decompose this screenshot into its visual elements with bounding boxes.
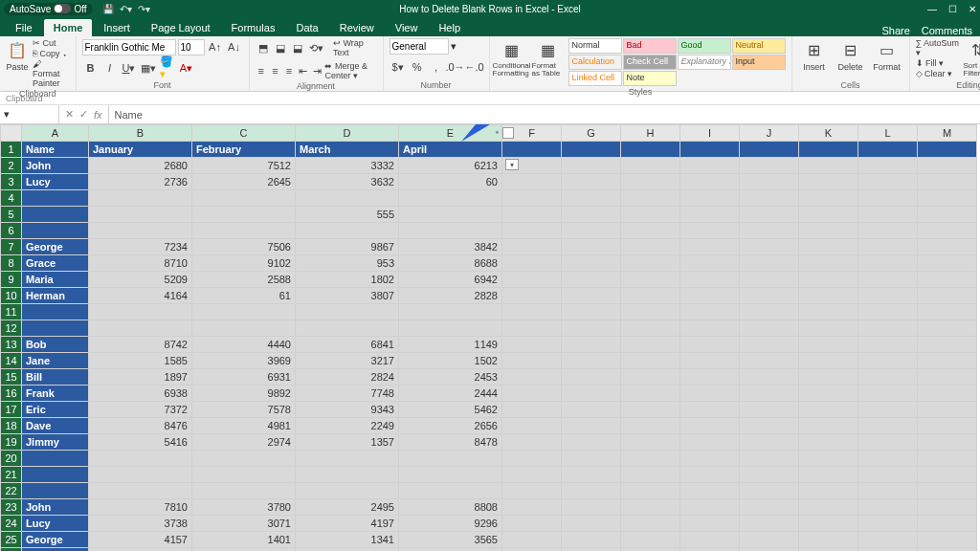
cell[interactable] <box>680 272 740 288</box>
cell[interactable] <box>399 304 502 320</box>
cell[interactable]: 1502 <box>399 353 502 369</box>
cell[interactable] <box>858 239 918 255</box>
cell[interactable]: 5416 <box>89 434 192 451</box>
cell[interactable] <box>740 434 799 451</box>
style-calculation External[interactable]: Calculation <box>568 55 622 70</box>
cell[interactable] <box>621 272 680 288</box>
cell[interactable] <box>562 158 621 174</box>
cell[interactable] <box>858 402 918 418</box>
cell[interactable] <box>799 353 858 369</box>
cell[interactable]: 9343 <box>296 402 399 418</box>
cell[interactable] <box>680 548 740 552</box>
cell[interactable]: 4981 <box>192 418 296 434</box>
cell[interactable]: Dave <box>22 418 89 434</box>
cell[interactable]: Frank <box>22 386 89 402</box>
tab-data[interactable]: Data <box>286 19 327 36</box>
cell[interactable] <box>858 434 918 451</box>
cell[interactable]: Grace <box>22 548 89 552</box>
cell[interactable] <box>502 516 562 532</box>
cell[interactable] <box>918 272 977 288</box>
cell[interactable] <box>562 467 621 483</box>
cell[interactable] <box>680 190 740 207</box>
align-bottom-icon[interactable]: ⬓ <box>290 39 305 56</box>
cell[interactable] <box>740 174 799 190</box>
cell[interactable] <box>502 272 562 288</box>
cell[interactable]: 8478 <box>399 434 502 451</box>
cell[interactable]: 4440 <box>192 337 296 353</box>
fill-color-button[interactable]: 🪣▾ <box>159 59 176 77</box>
cell[interactable] <box>89 304 192 320</box>
cell[interactable] <box>858 499 918 516</box>
row-header-17[interactable]: 17 <box>1 402 22 418</box>
cell[interactable]: 9867 <box>296 239 399 255</box>
cell[interactable] <box>680 337 740 353</box>
cell[interactable] <box>399 451 502 467</box>
cell[interactable]: 7578 <box>192 402 296 418</box>
underline-button[interactable]: U▾ <box>121 59 138 77</box>
align-middle-icon[interactable]: ⬓ <box>273 39 288 56</box>
cell[interactable] <box>799 418 858 434</box>
cell[interactable]: 3807 <box>296 288 399 304</box>
smart-tag-icon[interactable]: ▾ <box>505 159 519 170</box>
cell[interactable]: 3842 <box>399 239 502 255</box>
column-header-C[interactable]: C <box>192 125 296 142</box>
cell[interactable] <box>918 467 977 483</box>
cell[interactable]: 60 <box>399 174 502 190</box>
cell[interactable]: 5462 <box>399 402 502 418</box>
row-header-6[interactable]: 6 <box>1 223 22 239</box>
cell[interactable]: 9296 <box>399 516 502 532</box>
cell[interactable] <box>799 255 858 272</box>
align-top-icon[interactable]: ⬒ <box>256 39 271 56</box>
cell[interactable]: 2680 <box>89 158 192 174</box>
cell[interactable] <box>621 369 680 386</box>
cell[interactable]: 7496 <box>89 548 192 552</box>
cell[interactable]: 7748 <box>296 386 399 402</box>
cell[interactable]: 2249 <box>296 418 399 434</box>
cell[interactable]: February <box>192 142 296 158</box>
cell[interactable] <box>502 239 562 255</box>
cell[interactable] <box>680 239 740 255</box>
cell[interactable] <box>502 386 562 402</box>
cell[interactable] <box>918 207 977 223</box>
cell[interactable] <box>192 207 296 223</box>
cell[interactable] <box>858 272 918 288</box>
align-right-icon[interactable]: ≡ <box>283 62 296 79</box>
cell[interactable]: Lucy <box>22 174 89 190</box>
row-header-2[interactable]: 2 <box>1 158 22 174</box>
cell[interactable] <box>680 386 740 402</box>
cell[interactable]: 3217 <box>296 353 399 369</box>
cell[interactable] <box>562 174 621 190</box>
decrease-decimal-icon[interactable]: ←.0 <box>466 58 483 76</box>
cell[interactable]: January <box>89 142 192 158</box>
cell[interactable]: John <box>22 158 89 174</box>
cell[interactable] <box>22 451 89 467</box>
comma-icon[interactable]: , <box>428 58 445 76</box>
cell[interactable]: 3632 <box>296 174 399 190</box>
conditional-formatting-button[interactable]: ▦Conditional Formatting <box>496 38 528 77</box>
cell[interactable] <box>799 516 858 532</box>
align-left-icon[interactable]: ≡ <box>256 62 268 79</box>
cell[interactable] <box>680 532 740 548</box>
row-header-18[interactable]: 18 <box>1 418 22 434</box>
cell[interactable] <box>858 369 918 386</box>
enter-formula-icon[interactable]: ✓ <box>79 108 88 121</box>
cell[interactable] <box>799 223 858 239</box>
row-header-22[interactable]: 22 <box>1 483 22 499</box>
cell[interactable] <box>502 304 562 320</box>
cell[interactable] <box>680 288 740 304</box>
cell[interactable] <box>621 418 680 434</box>
cell[interactable] <box>621 288 680 304</box>
cell[interactable] <box>296 320 399 337</box>
cell[interactable] <box>89 190 192 207</box>
cell[interactable] <box>740 337 799 353</box>
cell[interactable] <box>680 223 740 239</box>
column-header-K[interactable]: K <box>799 125 858 142</box>
cell[interactable] <box>918 499 977 516</box>
tab-view[interactable]: View <box>386 19 428 36</box>
cell[interactable]: March <box>296 142 399 158</box>
cell[interactable] <box>89 207 192 223</box>
indent-right-icon[interactable]: ⇥ <box>311 62 323 79</box>
merge-center-button[interactable]: ⬌ Merge & Center ▾ <box>324 61 376 80</box>
cell[interactable]: 6942 <box>399 272 502 288</box>
cell[interactable]: 2828 <box>399 288 502 304</box>
